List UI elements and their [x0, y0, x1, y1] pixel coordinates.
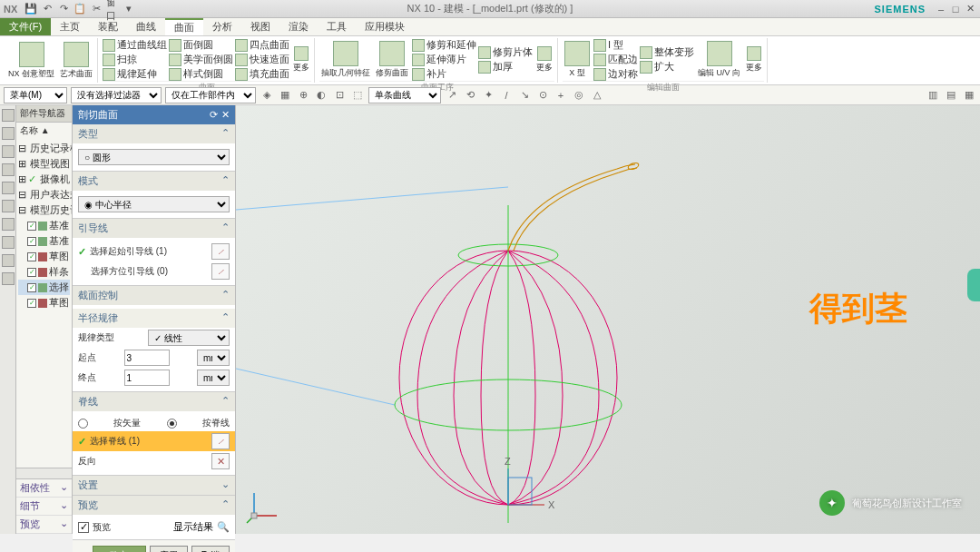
refresh-icon[interactable]: 🔍 [217, 521, 230, 533]
global-deform-button[interactable]: 整体变形 [640, 45, 694, 59]
copy-icon[interactable]: 📋 [74, 3, 86, 15]
window-menu[interactable]: 窗口 [106, 3, 119, 15]
dialog-menu-icon[interactable]: ⟳ [210, 109, 218, 121]
view-icon[interactable]: ▥ [926, 88, 940, 103]
menu-dropdown[interactable]: 菜单(M) [4, 87, 67, 104]
tab-analysis[interactable]: 分析 [203, 18, 241, 35]
rapid-surface-button[interactable]: 快速造面 [235, 53, 289, 66]
x-type-button[interactable]: X 型 [563, 40, 592, 80]
section-settings-header[interactable]: 设置⌄ [73, 476, 235, 495]
tree-item[interactable]: ✓样条 [18, 264, 70, 280]
start-input[interactable] [124, 350, 170, 366]
scope-dropdown[interactable]: 仅在工作部件内 [165, 87, 256, 104]
section-type-header[interactable]: 类型⌃ [73, 124, 235, 143]
rail-icon[interactable] [2, 236, 15, 249]
match-edge-button[interactable]: 匹配边 [593, 53, 638, 66]
law-type-select[interactable]: ✓ 线性 [148, 330, 230, 346]
tool-icon[interactable]: ◈ [260, 88, 274, 103]
thicken-button[interactable]: 加厚 [478, 60, 533, 74]
maximize-icon[interactable]: □ [949, 4, 962, 15]
tool-icon[interactable]: ⊕ [296, 88, 310, 103]
rail-icon[interactable] [2, 272, 15, 285]
nx-realize-button[interactable]: NX 创意塑型 [6, 41, 56, 81]
edit-uv-button[interactable]: 编辑 U/V 向 [696, 40, 742, 80]
close-icon[interactable]: ✕ [964, 4, 976, 15]
tool-icon[interactable]: ◐ [314, 88, 328, 103]
tool-icon[interactable]: ⊡ [332, 88, 347, 103]
tool-icon[interactable]: + [554, 88, 568, 103]
more-surface-button[interactable]: 更多 [291, 45, 311, 74]
art-surface-button[interactable]: 艺术曲面 [58, 41, 94, 81]
rail-icon[interactable] [2, 163, 15, 176]
aesthetic-blend-button[interactable]: 美学面倒圆 [169, 53, 233, 66]
tree-item[interactable]: ✓基准 [18, 233, 70, 249]
rail-icon[interactable] [2, 200, 15, 212]
style-blend-button[interactable]: 样式倒圆 [169, 67, 233, 81]
tree-item[interactable]: ✓草图 [18, 295, 70, 310]
trim-surface-button[interactable]: 修剪曲面 [374, 40, 410, 80]
file-menu[interactable]: 文件(F) [0, 18, 51, 35]
tool-icon[interactable]: ▦ [278, 88, 292, 103]
minimize-icon[interactable]: – [935, 4, 947, 15]
trim-sheet-button[interactable]: 修剪片体 [478, 45, 533, 59]
curve-picker-icon[interactable]: ⟋ [211, 433, 230, 449]
tool-icon[interactable]: ✦ [481, 88, 495, 103]
filter-dropdown[interactable]: 没有选择过滤器 [71, 87, 162, 104]
unit-select[interactable]: mm [197, 370, 230, 386]
tool-icon[interactable]: ↘ [517, 88, 532, 103]
curve-picker-icon[interactable]: ⟋ [211, 263, 230, 280]
sweep-button[interactable]: 扫掠 [103, 53, 167, 66]
scrollbar-h[interactable] [16, 468, 72, 478]
tool-icon[interactable]: ◎ [572, 88, 586, 103]
navigator-tree[interactable]: ⊟历史记录模 ⊞模型视图 ⊞✓摄像机 ⊟用户表达式 ⊟模型历史记 ✓基准 ✓基准… [16, 139, 72, 468]
fill-surface-button[interactable]: 填充曲面 [235, 67, 289, 81]
tab-assembly[interactable]: 装配 [89, 18, 127, 35]
mode-select[interactable]: ◉ 中心半径 [78, 196, 230, 212]
dialog-close-icon[interactable]: ✕ [221, 109, 230, 121]
undo-icon[interactable]: ↶ [41, 3, 54, 15]
tab-render[interactable]: 渲染 [279, 18, 318, 35]
extract-geom-button[interactable]: 抽取几何特征 [319, 40, 372, 80]
tab-curve[interactable]: 曲线 [127, 18, 165, 35]
apply-button[interactable]: 应用 [150, 546, 188, 552]
dialog-titlebar[interactable]: 剖切曲面 ⟳✕ [73, 105, 235, 124]
ok-button[interactable]: < 确定 > [93, 546, 146, 552]
tool-icon[interactable]: ⊙ [535, 88, 550, 103]
through-curves-button[interactable]: 通过曲线组 [103, 38, 167, 52]
sub-radius-header[interactable]: 半径规律⌃ [73, 309, 235, 328]
view-icon[interactable]: ▦ [962, 88, 976, 103]
rail-icon[interactable] [2, 182, 15, 194]
section-control-header[interactable]: 截面控制⌃ [73, 286, 235, 305]
guide-dir-label[interactable]: 选择方位引导线 (0) [78, 265, 208, 278]
tree-item[interactable]: ⊞✓摄像机 [18, 172, 70, 187]
tab-tools[interactable]: 工具 [318, 18, 356, 35]
rail-icon[interactable] [2, 109, 15, 122]
tab-home[interactable]: 主页 [51, 18, 89, 35]
tab-view[interactable]: 视图 [241, 18, 279, 35]
section-guide-header[interactable]: 引导线⌃ [73, 219, 235, 238]
nav-section[interactable]: 预览⌄ [16, 516, 72, 534]
cancel-button[interactable]: 取消 [191, 546, 230, 552]
tree-item[interactable]: ⊞模型视图 [18, 156, 70, 172]
dropdown-icon[interactable]: ▾ [122, 3, 135, 15]
tool-icon[interactable]: ⬚ [350, 88, 365, 103]
by-vector-radio[interactable] [78, 419, 88, 429]
show-result-button[interactable]: 显示结果 [173, 520, 213, 534]
law-extend-button[interactable]: 规律延伸 [103, 67, 167, 81]
type-select[interactable]: ○ 圆形 [78, 149, 230, 165]
tree-item[interactable]: ⊟历史记录模 [18, 141, 70, 156]
tab-surface[interactable]: 曲面 [165, 18, 203, 35]
more-edit-button[interactable]: 更多 [744, 45, 764, 74]
rail-icon[interactable] [2, 127, 15, 140]
i-type-button[interactable]: I 型 [593, 38, 638, 52]
tool-icon[interactable]: △ [590, 88, 604, 103]
curve-filter-dropdown[interactable]: 单条曲线 [368, 87, 441, 104]
by-spine-radio[interactable] [167, 419, 177, 429]
four-point-button[interactable]: 四点曲面 [235, 38, 289, 52]
nav-section[interactable]: 相依性⌄ [16, 479, 72, 498]
section-preview-header[interactable]: 预览⌃ [73, 496, 235, 515]
tree-item[interactable]: ✓选择 [18, 280, 70, 295]
section-spine-header[interactable]: 脊线⌃ [73, 392, 235, 411]
redo-icon[interactable]: ↷ [57, 3, 70, 15]
side-tab[interactable] [967, 269, 980, 301]
